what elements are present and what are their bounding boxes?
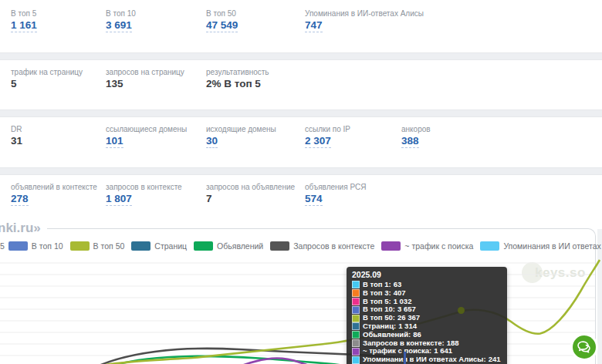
stat-label: Упоминания в ИИ-ответах Алисы [305,9,424,18]
stats-row-context: объявлений в контексте 278 запросов в ко… [0,175,602,225]
legend-label: В топ 50 [93,241,125,251]
stat-label: запросов на объявление [206,183,295,191]
series-swatch [352,306,360,314]
stat-label: В топ 10 [106,9,136,18]
series-swatch [352,289,360,297]
legend-item-context-queries[interactable]: Запросов в контексте [270,241,374,251]
stat-value: 7 [206,193,212,204]
stat-label: запросов на страницу [106,68,184,76]
stat-label: исходящие домены [206,125,276,133]
stat-label: В топ 50 [206,9,236,18]
stat-value-link[interactable]: 747 [305,19,323,32]
row-separator [0,167,602,175]
legend-item-ai-mentions[interactable]: Упоминания в ИИ ответах Алисы [480,241,602,251]
tooltip-row: В топ 3: 407 [352,289,501,298]
stat-value: 135 [106,78,123,89]
legend-swatch [8,241,28,251]
stat-value-link[interactable]: 47 549 [206,19,238,32]
series-swatch [352,356,360,364]
stat-label: анкоров [401,125,431,133]
legend-swatch [194,241,213,251]
stat-value-link[interactable]: 1 161 [11,19,37,32]
legend-label: В топ 10 [32,241,63,251]
stat-value-link[interactable]: 30 [206,135,218,148]
stat-label: объявления РСЯ [305,183,366,191]
row-separator [0,52,602,60]
chat-widget-button[interactable] [573,335,596,359]
stat-value-link[interactable]: 388 [401,135,419,148]
tooltip-row: Упоминания в ИИ ответах Алисы: 241 [352,356,501,364]
stat-value-link[interactable]: 1 807 [106,193,132,206]
stat-label: объявлений в контексте [11,183,97,191]
chart-legend: 5 В топ 10 В топ 50 Страниц Обьявлений З… [0,241,596,251]
legend-item-search-traffic[interactable]: ~ трафик с поиска [381,241,473,251]
series-swatch [352,339,360,347]
stat-label: ссылки по IP [305,125,350,133]
keys-so-watermark: keys.so [522,262,586,283]
chat-bubbles-icon [573,335,596,359]
chart-tooltip: 2025.09 В топ 1: 63 В топ 3: 407 В топ 5… [347,267,507,364]
stat-value-link[interactable]: 2 307 [305,135,331,148]
legend-label: Обьявлений [217,241,263,251]
legend-swatch [131,241,150,251]
legend-label: Запросов в контексте [293,241,374,251]
legend-item-ads[interactable]: Обьявлений [194,241,263,251]
legend-label: ~ трафик с поиска [404,241,473,251]
stat-label: результативность [206,68,269,76]
stat-label: В топ 5 [11,9,36,18]
series-swatch [352,298,360,305]
stats-row-traffic: трафик на страницу 5 запросов на страниц… [0,60,602,110]
legend-swatch [70,241,90,251]
legend-item-pages[interactable]: Страниц [131,241,187,251]
stats-row-links: DR 31 ссылающиеся домены 101 исходящие д… [0,117,602,167]
chart-panel-title: nki.ru» [0,221,47,236]
stat-value: 2% В топ 5 [206,78,261,89]
tooltip-date: 2025.09 [352,270,501,279]
stat-value-link[interactable]: 278 [11,193,29,206]
series-swatch [352,331,360,339]
legend-item-top5-partial[interactable]: 5 [0,241,5,251]
tooltip-row: Обьявлений: 86 [352,331,501,339]
legend-label: Страниц [154,241,187,251]
hover-point-marker [458,307,465,314]
stat-label: DR [11,125,22,133]
legend-item-top50[interactable]: В топ 50 [70,241,125,251]
legend-swatch [270,241,289,251]
legend-item-top10[interactable]: В топ 10 [8,241,63,251]
stat-label: трафик на страницу [11,68,83,76]
stat-label: запросов в контексте [106,183,182,191]
stat-value-link[interactable]: 574 [305,193,323,206]
series-swatch [352,322,360,330]
dashboard-page: В топ 5 1 161 В топ 10 3 691 В топ 50 47… [0,0,602,364]
series-swatch [352,348,360,356]
pages-line-segment [404,352,406,364]
stat-value: 31 [11,135,22,147]
stat-value-link[interactable]: 3 691 [106,19,132,32]
stat-label: ссылающиеся домены [106,125,187,133]
watermark-text: keys.so [535,265,586,281]
legend-label: Упоминания в ИИ ответах Алисы [503,241,602,251]
legend-swatch [480,241,499,251]
legend-label: 5 [0,241,5,251]
stat-value: 5 [11,78,17,89]
stat-value-link[interactable]: 101 [106,135,123,148]
stats-row-top: В топ 5 1 161 В топ 10 3 691 В топ 50 47… [0,0,602,52]
legend-swatch [381,241,401,251]
series-swatch [352,281,360,288]
row-separator [0,110,602,117]
series-swatch [352,315,360,322]
